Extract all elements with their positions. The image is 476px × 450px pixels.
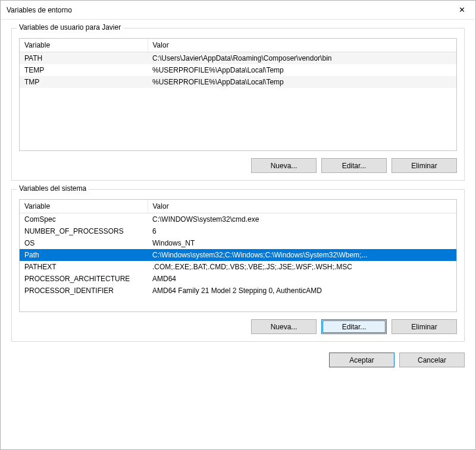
- cell-variable: PATHEXT: [20, 261, 148, 273]
- system-vars-group: Variables del sistema Variable Valor Com…: [11, 189, 465, 342]
- user-vars-table[interactable]: Variable Valor PATHC:\Users\Javier\AppDa…: [20, 39, 456, 88]
- cancel-button[interactable]: Cancelar: [399, 353, 465, 367]
- system-col-value[interactable]: Valor: [148, 200, 456, 213]
- table-row[interactable]: TEMP%USERPROFILE%\AppData\Local\Temp: [20, 64, 456, 76]
- user-edit-button[interactable]: Editar...: [321, 158, 387, 173]
- cell-value: C:\WINDOWS\system32\cmd.exe: [148, 213, 456, 226]
- dialog-body: Variables de usuario para Javier Variabl…: [1, 20, 475, 449]
- cell-variable: Path: [20, 249, 148, 261]
- cell-value: 6: [148, 225, 456, 237]
- user-vars-buttons: Nueva... Editar... Eliminar: [19, 158, 457, 173]
- system-new-button[interactable]: Nueva...: [251, 319, 317, 334]
- cell-value: .COM;.EXE;.BAT;.CMD;.VBS;.VBE;.JS;.JSE;.…: [148, 261, 456, 273]
- cell-variable: NUMBER_OF_PROCESSORS: [20, 225, 148, 237]
- close-icon[interactable]: ✕: [448, 1, 475, 20]
- user-delete-button[interactable]: Eliminar: [392, 158, 457, 173]
- table-row[interactable]: PathC:\Windows\system32;C:\Windows;C:\Wi…: [20, 249, 456, 261]
- cell-value: C:\Windows\system32;C:\Windows;C:\Window…: [148, 249, 456, 261]
- system-vars-header-row: Variable Valor: [20, 200, 456, 213]
- cell-value: AMD64: [148, 273, 456, 285]
- table-row[interactable]: PROCESSOR_IDENTIFIERAMD64 Family 21 Mode…: [20, 285, 456, 297]
- table-row[interactable]: PROCESSOR_ARCHITECTUREAMD64: [20, 273, 456, 285]
- cell-variable: PATH: [20, 52, 148, 65]
- cell-value: C:\Users\Javier\AppData\Roaming\Composer…: [148, 52, 456, 65]
- cell-value: Windows_NT: [148, 237, 456, 249]
- user-vars-table-scroll[interactable]: Variable Valor PATHC:\Users\Javier\AppDa…: [20, 39, 456, 150]
- system-vars-buttons: Nueva... Editar... Eliminar: [19, 319, 457, 334]
- cell-variable: TEMP: [20, 64, 148, 76]
- user-vars-legend: Variables de usuario para Javier: [17, 23, 123, 32]
- user-new-button[interactable]: Nueva...: [251, 158, 317, 173]
- cell-variable: TMP: [20, 76, 148, 88]
- system-col-variable[interactable]: Variable: [20, 200, 148, 213]
- ok-button[interactable]: Aceptar: [329, 353, 394, 367]
- table-row[interactable]: PATHC:\Users\Javier\AppData\Roaming\Comp…: [20, 52, 456, 65]
- cell-variable: OS: [20, 237, 148, 249]
- system-edit-button[interactable]: Editar...: [321, 319, 387, 334]
- table-row[interactable]: PATHEXT.COM;.EXE;.BAT;.CMD;.VBS;.VBE;.JS…: [20, 261, 456, 273]
- table-row[interactable]: ComSpecC:\WINDOWS\system32\cmd.exe: [20, 213, 456, 226]
- system-vars-table-container: Variable Valor ComSpecC:\WINDOWS\system3…: [19, 199, 457, 312]
- cell-variable: PROCESSOR_IDENTIFIER: [20, 285, 148, 297]
- user-vars-table-container: Variable Valor PATHC:\Users\Javier\AppDa…: [19, 38, 457, 151]
- user-col-value[interactable]: Valor: [148, 39, 456, 52]
- cell-value: %USERPROFILE%\AppData\Local\Temp: [148, 76, 456, 88]
- system-vars-table-scroll[interactable]: Variable Valor ComSpecC:\WINDOWS\system3…: [20, 200, 456, 311]
- user-col-variable[interactable]: Variable: [20, 39, 148, 52]
- titlebar: Variables de entorno ✕: [1, 1, 475, 20]
- cell-variable: PROCESSOR_ARCHITECTURE: [20, 273, 148, 285]
- system-vars-table[interactable]: Variable Valor ComSpecC:\WINDOWS\system3…: [20, 200, 456, 297]
- dialog-buttons: Aceptar Cancelar: [11, 350, 465, 367]
- system-delete-button[interactable]: Eliminar: [392, 319, 457, 334]
- user-vars-header-row: Variable Valor: [20, 39, 456, 52]
- window-title: Variables de entorno: [7, 6, 448, 14]
- table-row[interactable]: NUMBER_OF_PROCESSORS6: [20, 225, 456, 237]
- env-vars-dialog: Variables de entorno ✕ Variables de usua…: [0, 0, 476, 450]
- user-vars-group: Variables de usuario para Javier Variabl…: [11, 28, 465, 181]
- system-vars-legend: Variables del sistema: [17, 184, 89, 193]
- cell-value: AMD64 Family 21 Model 2 Stepping 0, Auth…: [148, 285, 456, 297]
- table-row[interactable]: TMP%USERPROFILE%\AppData\Local\Temp: [20, 76, 456, 88]
- cell-variable: ComSpec: [20, 213, 148, 226]
- table-row[interactable]: OSWindows_NT: [20, 237, 456, 249]
- cell-value: %USERPROFILE%\AppData\Local\Temp: [148, 64, 456, 76]
